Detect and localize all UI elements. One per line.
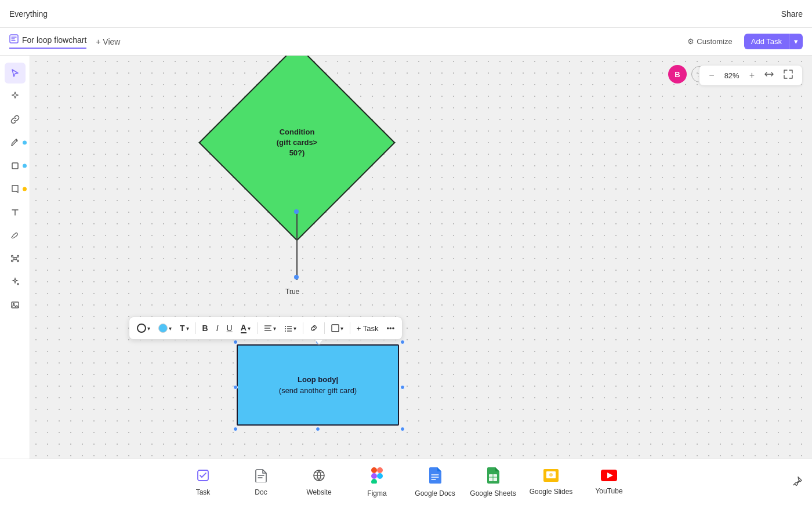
view-button[interactable]: + View (91, 35, 125, 49)
text-tool[interactable] (5, 202, 26, 223)
svg-rect-31 (371, 479, 377, 484)
svg-rect-29 (377, 467, 383, 473)
add-task-chevron[interactable]: ▾ (789, 34, 803, 49)
share-button[interactable]: Share (781, 9, 803, 19)
link-insert-button[interactable] (307, 322, 321, 335)
text-style-button[interactable]: T ▾ (177, 321, 192, 335)
gear-icon: ⚙ (687, 37, 694, 46)
handle-br[interactable] (400, 427, 405, 431)
flowchart-icon (9, 34, 19, 45)
canvas[interactable]: B ℹ − 82% + Condition (gift cards> 50?) (30, 56, 812, 459)
svg-line-44 (793, 484, 795, 485)
note-dot (23, 187, 27, 191)
svg-line-10 (16, 259, 17, 260)
link-tool[interactable] (5, 109, 26, 130)
figma-icon (371, 467, 383, 487)
google-docs-label: Google Docs (415, 489, 455, 497)
zoom-in-button[interactable]: + (747, 70, 757, 81)
floating-toolbar: ▾ ▾ T ▾ B I U A ▾ ▾ (129, 317, 403, 340)
website-label: Website (306, 488, 331, 496)
svg-line-7 (13, 257, 14, 258)
website-icon (312, 468, 326, 486)
fullscreen-button[interactable] (781, 70, 795, 81)
svg-point-6 (17, 260, 19, 262)
youtube-label: YouTube (595, 487, 622, 495)
font-color-button[interactable]: A ▾ (238, 321, 253, 336)
zoom-out-button[interactable]: − (706, 70, 716, 81)
fill-color-button[interactable]: ▾ (155, 321, 175, 335)
handle-ml[interactable] (233, 385, 238, 390)
pin-button[interactable] (792, 475, 803, 489)
toolbar-separator-3 (303, 322, 303, 334)
handle-tr[interactable] (400, 340, 405, 344)
note-tool[interactable] (5, 179, 26, 199)
dock-google-docs[interactable]: Google Docs (406, 463, 464, 502)
ai-sparkle-tool[interactable] (5, 271, 26, 292)
toolbar-separator-5 (350, 322, 350, 334)
connector-dot-bottom (294, 275, 299, 279)
underline-button[interactable]: U (224, 321, 235, 335)
italic-button[interactable]: I (213, 321, 222, 335)
svg-point-5 (11, 260, 13, 262)
svg-point-16 (285, 326, 286, 327)
doc-label: Doc (255, 488, 267, 496)
align-button[interactable]: ▾ (261, 322, 279, 335)
svg-point-18 (285, 328, 286, 329)
connector-line (296, 210, 298, 280)
dock-youtube[interactable]: YouTube (580, 465, 638, 500)
draw-tool[interactable] (5, 225, 26, 246)
second-header-left: For loop flowchart + View (9, 34, 125, 49)
connector-dot-top (294, 209, 299, 214)
doc-icon (255, 468, 267, 486)
svg-point-4 (17, 256, 19, 257)
handle-tl[interactable] (233, 340, 238, 344)
dock-task[interactable]: Task (174, 464, 232, 501)
svg-point-20 (285, 330, 286, 332)
shape-tool[interactable] (5, 155, 26, 176)
rect-node[interactable]: Loop body| (send another gift card) (237, 344, 399, 426)
more-options-button[interactable]: ••• (384, 322, 398, 335)
handle-bl[interactable] (233, 427, 238, 431)
dock-google-slides[interactable]: Google Slides (522, 464, 580, 500)
dock-figma[interactable]: Figma (348, 463, 406, 502)
second-header-right: ⚙ Customize Add Task ▾ (683, 34, 803, 49)
rect-node-text: Loop body| (send another gift card) (279, 374, 357, 397)
bold-button[interactable]: B (200, 321, 211, 335)
task-icon (196, 468, 210, 486)
add-task-button[interactable]: Add Task ▾ (744, 34, 803, 49)
svg-rect-1 (12, 163, 18, 169)
shape-picker-button[interactable]: ▾ (328, 322, 346, 335)
pen-tool[interactable] (5, 132, 26, 153)
flowchart-title[interactable]: For loop flowchart (9, 34, 86, 49)
shape-dot (23, 164, 27, 168)
image-tool[interactable] (5, 295, 26, 315)
figma-label: Figma (367, 489, 386, 497)
second-header: For loop flowchart + View ⚙ Customize Ad… (0, 28, 812, 56)
connector-label: True (285, 288, 299, 296)
dock-doc[interactable]: Doc (232, 464, 290, 501)
svg-point-41 (549, 473, 553, 477)
toolbar-separator-2 (257, 322, 258, 334)
svg-point-12 (13, 303, 14, 304)
bottom-dock: Task Doc Website Figma Google Docs Googl… (0, 459, 812, 505)
customize-button[interactable]: ⚙ Customize (683, 35, 737, 48)
list-button[interactable]: ▾ (281, 322, 299, 335)
svg-rect-28 (371, 467, 377, 473)
dock-google-sheets[interactable]: Google Sheets (464, 463, 522, 502)
google-sheets-icon (487, 467, 499, 487)
svg-point-32 (377, 473, 383, 479)
handle-mr[interactable] (400, 385, 405, 390)
google-slides-label: Google Slides (530, 488, 573, 496)
top-header: Everything Share (0, 0, 812, 28)
toolbar-separator-4 (324, 322, 325, 334)
add-task-toolbar-button[interactable]: + Task (354, 322, 382, 335)
svg-rect-11 (12, 302, 19, 308)
graph-tool[interactable] (5, 248, 26, 269)
magic-tool[interactable] (5, 86, 26, 107)
fit-width-button[interactable] (762, 69, 777, 82)
outline-picker-button[interactable]: ▾ (134, 321, 153, 335)
diamond-node[interactable]: Condition (gift cards> 50?) (227, 73, 367, 212)
handle-bc[interactable] (316, 427, 320, 431)
select-tool[interactable] (5, 63, 26, 83)
dock-website[interactable]: Website (290, 464, 348, 501)
